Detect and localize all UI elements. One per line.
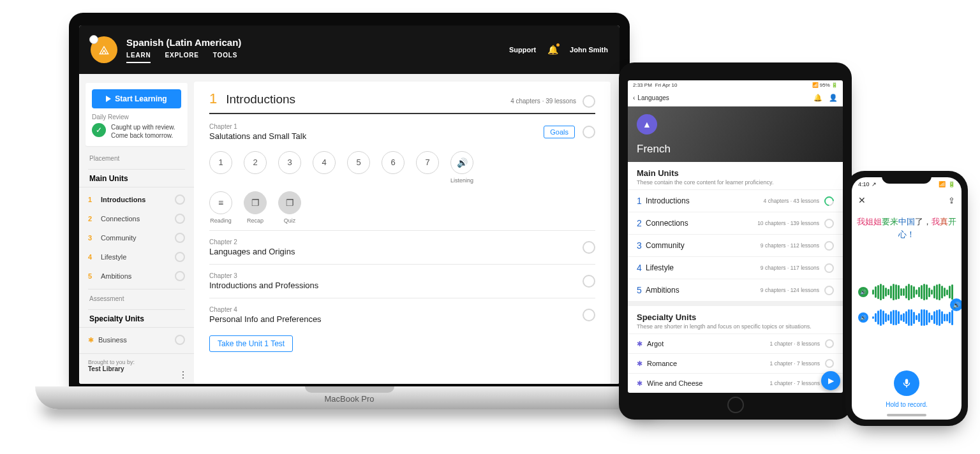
tablet-unit-5[interactable]: 5Ambitions9 chapters · 124 lessons bbox=[628, 279, 843, 301]
sidebar: Start Learning Daily Review ✓ Caught up … bbox=[79, 74, 194, 384]
phone-notch bbox=[882, 171, 932, 184]
home-indicator bbox=[887, 414, 926, 416]
tab-learn[interactable]: LEARN bbox=[126, 52, 151, 63]
play-fab[interactable]: ▶ bbox=[821, 371, 840, 390]
sidebar-unit-1[interactable]: 1Introductions bbox=[79, 190, 194, 209]
sidebar-unit-2[interactable]: 2Connections bbox=[79, 209, 194, 228]
laptop-screen: Spanish (Latin American) LEARN EXPLORE T… bbox=[79, 26, 620, 384]
tablet-unit-3[interactable]: 3Community9 chapters · 112 lessons bbox=[628, 234, 843, 256]
listening-caption: Listening bbox=[450, 177, 473, 184]
chapter-4[interactable]: Chapter 4Personal Info and Preferences bbox=[209, 298, 595, 332]
laptop-base: MacBook Pro bbox=[35, 386, 664, 409]
unit-progress-ring bbox=[583, 95, 595, 108]
sidebar-specialty-business[interactable]: ✱Business bbox=[79, 330, 194, 349]
tablet-spec-wine[interactable]: ✱Wine and Cheese1 chapter · 7 lessons bbox=[628, 373, 843, 393]
course-title: Spanish (Latin American) bbox=[126, 37, 241, 48]
record-area: Hold to record. bbox=[852, 363, 961, 420]
tablet-hero: ▲ French bbox=[628, 106, 843, 163]
phone-screen: 4:10↗ 📶🔋 ✕ ⇪ 我姐姐要来中国了，我真开心！ 🔊 🔊 🔊 Hold t… bbox=[852, 177, 961, 420]
compare-audio-button[interactable]: 🔊 bbox=[950, 298, 961, 311]
course-icon: ▲ bbox=[637, 114, 657, 135]
activity-recap[interactable]: ❐Recap bbox=[244, 191, 267, 224]
tablet-home-button[interactable] bbox=[727, 397, 744, 413]
user-name[interactable]: John Smith bbox=[570, 46, 608, 54]
start-learning-button[interactable]: Start Learning bbox=[92, 89, 181, 108]
mic-icon bbox=[901, 377, 912, 389]
sidebar-footer: Brought to you by:Test Library bbox=[79, 353, 194, 372]
more-icon[interactable]: ⋯ bbox=[178, 370, 188, 379]
tablet-spec-argot[interactable]: ✱Argot1 chapter · 8 lessons bbox=[628, 333, 843, 353]
placement-label: Placement bbox=[79, 152, 194, 166]
laptop-brand-label: MacBook Pro bbox=[35, 394, 664, 404]
lesson-6[interactable]: 6 bbox=[382, 151, 405, 174]
lesson-7[interactable]: 7 bbox=[416, 151, 439, 174]
record-label: Hold to record. bbox=[886, 401, 928, 408]
waveform-area: 🔊 🔊 🔊 bbox=[852, 247, 961, 363]
laptop-screen-frame: Spanish (Latin American) LEARN EXPLORE T… bbox=[69, 13, 630, 389]
sidebar-unit-4[interactable]: 4Lifestyle bbox=[79, 247, 194, 267]
record-button[interactable] bbox=[894, 370, 919, 396]
specialty-heading: Specialty Units bbox=[79, 313, 194, 328]
unit-name: Introductions bbox=[226, 92, 295, 106]
unit-test-button[interactable]: Take the Unit 1 Test bbox=[209, 335, 293, 352]
listening-lesson[interactable]: 🔊 bbox=[450, 151, 473, 174]
tablet-unit-1[interactable]: 1Introductions4 chapters · 43 lessons bbox=[628, 189, 843, 212]
practice-sentence: 我姐姐要来中国了，我真开心！ bbox=[852, 209, 961, 247]
check-icon: ✓ bbox=[92, 123, 106, 137]
share-icon[interactable]: ⇪ bbox=[948, 196, 955, 205]
unit-meta: 4 chapters · 39 lessons bbox=[510, 98, 576, 105]
activity-quiz[interactable]: ❐Quiz bbox=[278, 191, 301, 224]
play-reference-button[interactable]: 🔊 bbox=[858, 287, 868, 297]
tablet-device: 2:33 PMFri Apr 10 📶 95% 🔋 ‹Languages 🔔👤 … bbox=[619, 62, 852, 420]
tablet-unit-4[interactable]: 4Lifestyle9 chapters · 117 lessons bbox=[628, 256, 843, 279]
tablet-main-units-section: Main Units These contain the core conten… bbox=[628, 162, 843, 189]
tablet-topbar: ‹Languages 🔔👤 bbox=[628, 90, 843, 106]
course-icon[interactable] bbox=[91, 36, 117, 63]
sidebar-unit-3[interactable]: 3Community bbox=[79, 228, 194, 247]
tablet-status-bar: 2:33 PMFri Apr 10 📶 95% 🔋 bbox=[628, 80, 843, 90]
lesson-4[interactable]: 4 bbox=[313, 151, 336, 174]
tablet-specialty-section: Specialty Units These are shorter in len… bbox=[628, 306, 843, 333]
tab-explore[interactable]: EXPLORE bbox=[165, 52, 198, 63]
reading-icon: ≡ bbox=[209, 191, 232, 214]
chapter-1-name: Salutations and Small Talk bbox=[209, 131, 544, 141]
lesson-5[interactable]: 5 bbox=[347, 151, 370, 174]
star-icon: ✱ bbox=[637, 360, 642, 368]
chapter-progress-ring bbox=[583, 126, 595, 138]
main-content: 1 Introductions 4 chapters · 39 lessons … bbox=[194, 82, 611, 384]
waveform-reference bbox=[872, 284, 955, 300]
chapter-3[interactable]: Chapter 3Introductions and Professions bbox=[209, 264, 595, 298]
chapter-1: Chapter 1 Salutations and Small Talk Goa… bbox=[209, 114, 595, 230]
close-icon[interactable]: ✕ bbox=[858, 195, 866, 205]
profile-icon[interactable]: 👤 bbox=[829, 94, 838, 102]
bell-icon[interactable]: 🔔 bbox=[813, 94, 822, 102]
support-link[interactable]: Support bbox=[509, 46, 536, 54]
lesson-3[interactable]: 3 bbox=[278, 151, 301, 174]
lesson-1[interactable]: 1 bbox=[209, 151, 232, 174]
recap-icon: ❐ bbox=[244, 191, 267, 214]
back-button[interactable]: ‹Languages bbox=[633, 94, 669, 101]
star-icon: ✱ bbox=[637, 379, 642, 388]
main-units-heading: Main Units bbox=[79, 173, 194, 187]
activity-reading[interactable]: ≡Reading bbox=[209, 191, 232, 224]
progress-ring bbox=[175, 194, 185, 205]
waveform-user bbox=[872, 309, 955, 326]
tab-tools[interactable]: TOOLS bbox=[213, 52, 237, 63]
star-icon: ✱ bbox=[637, 340, 642, 348]
goals-button[interactable]: Goals bbox=[544, 126, 575, 138]
daily-review-label: Daily Review bbox=[92, 113, 181, 121]
play-user-button[interactable]: 🔊 bbox=[858, 312, 868, 323]
tablet-spec-romance[interactable]: ✱Romance1 chapter · 7 lessons bbox=[628, 353, 843, 373]
assessment-label: Assessment bbox=[79, 293, 194, 306]
chapter-1-label: Chapter 1 bbox=[209, 123, 544, 130]
sidebar-unit-5[interactable]: 5Ambitions bbox=[79, 267, 194, 286]
sidebar-start-panel: Start Learning Daily Review ✓ Caught up … bbox=[85, 83, 188, 146]
tablet-unit-2[interactable]: 2Connections10 chapters · 139 lessons bbox=[628, 212, 843, 234]
star-icon: ✱ bbox=[88, 336, 94, 344]
lesson-2[interactable]: 2 bbox=[244, 151, 267, 174]
hero-title: French bbox=[637, 143, 671, 156]
quiz-icon: ❐ bbox=[278, 191, 301, 214]
chapter-2[interactable]: Chapter 2Languages and Origins bbox=[209, 230, 595, 264]
bell-icon[interactable]: 🔔 bbox=[547, 45, 558, 55]
laptop-hinge-notch bbox=[305, 386, 394, 393]
